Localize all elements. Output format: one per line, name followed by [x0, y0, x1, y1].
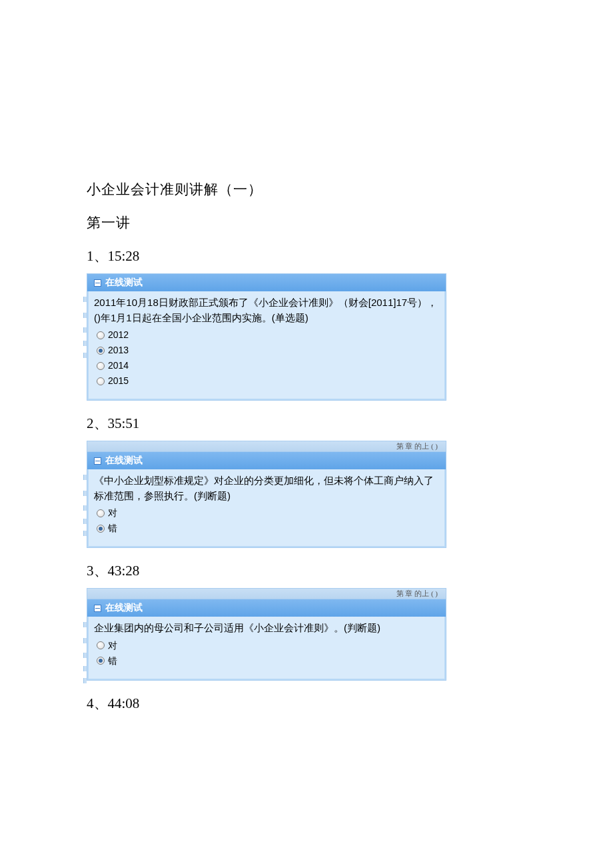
option-row[interactable]: 错 [94, 654, 439, 668]
item-label: 4、44:08 [87, 694, 526, 713]
option-row[interactable]: 错 [94, 521, 439, 535]
decor-tick [83, 313, 87, 318]
decor-tick [83, 475, 87, 480]
decor-tick [83, 327, 87, 333]
radio-icon[interactable] [97, 331, 105, 339]
decor-tick [83, 491, 87, 496]
partial-tab-strip: 第 章 的上 ( ) [87, 441, 446, 451]
partial-tab-strip: 第 章 的上 ( ) [87, 588, 446, 599]
panel-body: 2011年10月18日财政部正式颁布了《小企业会计准则》（财会[2011]17号… [87, 291, 446, 400]
radio-icon[interactable] [97, 377, 105, 385]
option-label: 错 [108, 521, 117, 535]
item-label: 1、15:28 [87, 247, 526, 265]
option-label: 2012 [108, 328, 129, 342]
decor-tick [83, 341, 87, 346]
decor-tick [83, 505, 87, 511]
decor-tick [83, 297, 87, 302]
minimize-icon [94, 279, 101, 287]
panel-body: 企业集团内的母公司和子公司适用《小企业会计准则》。(判断题)对错 [87, 617, 446, 680]
option-row[interactable]: 2012 [94, 328, 439, 342]
quiz-panel: 在线测试《中小企业划型标准规定》对企业的分类更加细化，但未将个体工商户纳入了标准… [87, 451, 446, 548]
decor-tick [83, 678, 87, 683]
panel-header-title: 在线测试 [105, 602, 143, 614]
items-container: 1、15:28在线测试2011年10月18日财政部正式颁布了《小企业会计准则》（… [87, 247, 526, 713]
radio-icon[interactable] [97, 657, 105, 665]
panel-header: 在线测试 [87, 599, 446, 617]
option-label: 错 [108, 654, 117, 668]
item-label: 2、35:51 [87, 414, 526, 433]
option-label: 对 [108, 639, 117, 653]
quiz-panel: 在线测试2011年10月18日财政部正式颁布了《小企业会计准则》（财会[2011… [87, 273, 446, 401]
quiz-panel: 在线测试企业集团内的母公司和子公司适用《小企业会计准则》。(判断题)对错 [87, 599, 446, 681]
option-row[interactable]: 对 [94, 639, 439, 653]
panel-header-title: 在线测试 [105, 277, 143, 289]
panel-header: 在线测试 [87, 452, 446, 469]
radio-icon[interactable] [97, 509, 105, 517]
page-title: 小企业会计准则讲解（一） [87, 180, 526, 199]
panel-body: 《中小企业划型标准规定》对企业的分类更加细化，但未将个体工商户纳入了标准范围，参… [87, 469, 446, 547]
minimize-icon [94, 605, 101, 612]
panel-header-title: 在线测试 [105, 455, 143, 467]
option-row[interactable]: 2014 [94, 359, 439, 373]
radio-icon[interactable] [97, 347, 105, 355]
question-text: 《中小企业划型标准规定》对企业的分类更加细化，但未将个体工商户纳入了标准范围，参… [94, 473, 439, 503]
radio-icon[interactable] [97, 525, 105, 533]
decor-tick [83, 622, 87, 627]
decor-tick [83, 666, 87, 671]
option-label: 2014 [108, 359, 129, 373]
decor-tick [83, 638, 87, 643]
decor-tick [83, 653, 87, 658]
page-subtitle: 第一讲 [87, 213, 526, 232]
option-label: 2013 [108, 343, 129, 357]
option-row[interactable]: 对 [94, 506, 439, 520]
option-label: 对 [108, 506, 117, 520]
item-label: 3、43:28 [87, 561, 526, 580]
decor-tick [83, 353, 87, 358]
option-label: 2015 [108, 374, 129, 388]
radio-icon[interactable] [97, 362, 105, 370]
question-text: 2011年10月18日财政部正式颁布了《小企业会计准则》（财会[2011]17号… [94, 295, 439, 325]
decor-tick [83, 531, 87, 536]
option-row[interactable]: 2015 [94, 374, 439, 388]
radio-icon[interactable] [97, 641, 105, 649]
option-row[interactable]: 2013 [94, 343, 439, 357]
decor-tick [83, 519, 87, 524]
question-text: 企业集团内的母公司和子公司适用《小企业会计准则》。(判断题) [94, 621, 439, 636]
panel-header: 在线测试 [87, 274, 446, 291]
minimize-icon [94, 457, 101, 465]
